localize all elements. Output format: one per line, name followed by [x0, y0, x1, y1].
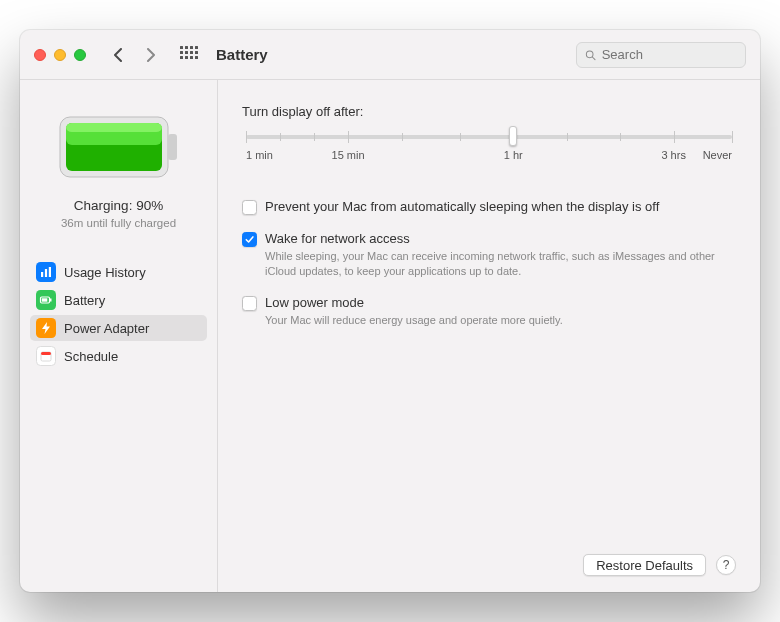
footer: Restore Defaults ? [242, 554, 736, 576]
close-window-button[interactable] [34, 49, 46, 61]
window-controls [34, 49, 86, 61]
slider-label: Turn display off after: [242, 104, 736, 119]
checkbox-wake-for-network[interactable] [242, 232, 257, 247]
sidebar-item-label: Usage History [64, 265, 146, 280]
back-button[interactable] [104, 43, 130, 67]
option-label: Prevent your Mac from automatically slee… [265, 199, 736, 214]
sidebar-item-label: Power Adapter [64, 321, 149, 336]
sidebar-item-usage-history[interactable]: Usage History [30, 259, 207, 285]
sidebar-item-schedule[interactable]: Schedule [30, 343, 207, 369]
sidebar-item-label: Battery [64, 293, 105, 308]
restore-defaults-button[interactable]: Restore Defaults [583, 554, 706, 576]
battery-graphic [55, 112, 183, 182]
option-prevent-sleep: Prevent your Mac from automatically slee… [242, 199, 736, 215]
checkmark-icon [244, 234, 255, 245]
chart-bar-icon [36, 262, 56, 282]
sidebar-item-battery[interactable]: Battery [30, 287, 207, 313]
option-description: While sleeping, your Mac can receive inc… [265, 249, 736, 279]
chevron-left-icon [113, 48, 122, 62]
search-icon [585, 49, 596, 61]
checkbox-low-power-mode[interactable] [242, 296, 257, 311]
option-label: Wake for network access [265, 231, 736, 246]
grid-icon [180, 46, 198, 64]
main-content: Turn display off after: [218, 80, 760, 592]
pane-title: Battery [216, 46, 268, 63]
all-preferences-button[interactable] [176, 43, 202, 67]
slider-thumb[interactable] [509, 126, 517, 146]
svg-line-1 [592, 57, 595, 60]
option-low-power-mode: Low power mode Your Mac will reduce ener… [242, 295, 736, 328]
search-input[interactable] [602, 47, 737, 62]
zoom-window-button[interactable] [74, 49, 86, 61]
svg-rect-3 [168, 134, 177, 160]
sidebar: Charging: 90% 36m until fully charged Us… [20, 80, 218, 592]
toolbar: Battery [20, 30, 760, 80]
bolt-icon [36, 318, 56, 338]
svg-rect-12 [42, 298, 48, 301]
slider-ticks [246, 131, 732, 143]
preferences-window: Battery Charging: 90% 36m until fully ch… [20, 30, 760, 592]
forward-button[interactable] [138, 43, 164, 67]
search-field[interactable] [576, 42, 746, 68]
sidebar-list: Usage History Battery Power Adapter [30, 259, 207, 369]
options-list: Prevent your Mac from automatically slee… [242, 199, 736, 328]
calendar-icon [36, 346, 56, 366]
minimize-window-button[interactable] [54, 49, 66, 61]
option-description: Your Mac will reduce energy usage and op… [265, 313, 736, 328]
option-wake-for-network: Wake for network access While sleeping, … [242, 231, 736, 279]
chevron-right-icon [147, 48, 156, 62]
checkbox-prevent-sleep[interactable] [242, 200, 257, 215]
svg-rect-9 [49, 267, 51, 277]
svg-rect-8 [45, 269, 47, 277]
svg-rect-14 [41, 352, 51, 355]
body: Charging: 90% 36m until fully charged Us… [20, 80, 760, 592]
sidebar-item-label: Schedule [64, 349, 118, 364]
charging-status: Charging: 90% [74, 198, 163, 213]
option-label: Low power mode [265, 295, 736, 310]
svg-rect-7 [41, 272, 43, 277]
battery-icon [36, 290, 56, 310]
time-remaining: 36m until fully charged [61, 217, 176, 229]
help-button[interactable]: ? [716, 555, 736, 575]
svg-rect-6 [66, 123, 162, 132]
display-off-slider[interactable]: 1 min 15 min 1 hr 3 hrs Never [246, 129, 732, 165]
svg-rect-11 [50, 299, 52, 302]
sidebar-item-power-adapter[interactable]: Power Adapter [30, 315, 207, 341]
